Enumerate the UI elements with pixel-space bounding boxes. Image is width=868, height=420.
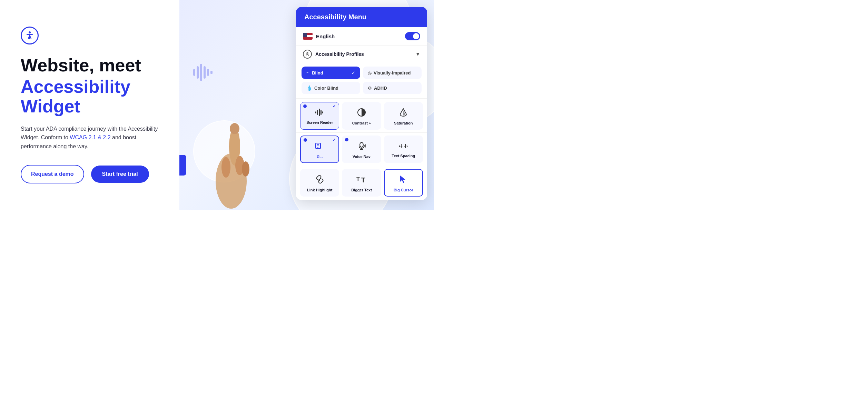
contrast-label: Contrast + — [352, 121, 371, 125]
svg-rect-2 — [197, 66, 199, 79]
voice-nav-label: Voice Nav — [353, 154, 371, 159]
color-blind-icon: 💧 — [306, 85, 312, 91]
svg-rect-6 — [210, 71, 213, 74]
accessibility-logo — [21, 27, 39, 44]
page-wrapper: Website, meet Accessibility Widget Start… — [0, 0, 434, 210]
voice-nav-dot — [345, 138, 348, 141]
voice-nav-icon — [357, 141, 366, 152]
link-highlight-icon — [315, 175, 324, 186]
svg-rect-16 — [319, 109, 320, 116]
profiles-grid: ~ Blind ✓ ◎ Visually-impaired 💧 Color Bl… — [296, 63, 427, 99]
text-spacing-label: Text Spacing — [392, 154, 415, 158]
features-section-3: Link Highlight T T Bigger Text — [296, 166, 427, 200]
cta-buttons: Request a demo Start free trial — [21, 165, 162, 183]
profile-adhd-label: ADHD — [374, 86, 387, 91]
feature-dyslexia[interactable]: ✓ D... — [300, 136, 339, 163]
big-cursor-icon — [399, 175, 407, 186]
blind-icon: ~ — [306, 70, 309, 76]
feature-link-highlight[interactable]: Link Highlight — [300, 169, 339, 197]
screen-reader-label: Screen Reader — [306, 120, 333, 124]
svg-line-34 — [319, 178, 321, 180]
svg-text:T: T — [356, 176, 360, 182]
saturation-icon — [400, 108, 407, 119]
profile-visually-impaired[interactable]: ◎ Visually-impaired — [363, 67, 422, 79]
link-highlight-label: Link Highlight — [307, 188, 332, 192]
screen-reader-icon — [315, 109, 325, 118]
adhd-icon: ⚙ — [368, 86, 372, 91]
feature-contrast[interactable]: Contrast + — [342, 102, 381, 130]
language-label: English — [316, 33, 335, 39]
svg-rect-15 — [317, 110, 318, 115]
language-toggle[interactable]: ✓ — [405, 32, 420, 40]
widget-body: English ✓ Acce — [296, 27, 427, 200]
wcag-link[interactable]: WCAG 2.1 & 2.2 — [70, 134, 110, 140]
request-demo-button[interactable]: Request a demo — [21, 165, 84, 183]
features-grid-1: ✓ Screen Reader — [300, 102, 423, 130]
svg-point-24 — [360, 142, 363, 147]
dyslexia-label: D... — [317, 154, 323, 158]
contrast-icon — [357, 108, 366, 119]
dyslexia-dot — [304, 138, 307, 142]
bigger-text-icon: T T — [356, 175, 367, 186]
profile-blind-check: ✓ — [352, 70, 355, 76]
feature-screen-reader[interactable]: ✓ Screen Reader — [300, 102, 339, 130]
svg-point-13 — [307, 52, 308, 54]
svg-rect-18 — [322, 111, 323, 113]
language-row[interactable]: English ✓ — [296, 27, 427, 46]
svg-rect-14 — [315, 111, 316, 113]
left-content: Website, meet Accessibility Widget Start… — [0, 0, 179, 210]
big-cursor-label: Big Cursor — [394, 188, 413, 192]
feature-voice-nav[interactable]: Voice Nav — [342, 136, 381, 163]
dyslexia-check: ✓ — [332, 138, 336, 142]
features-grid-2: ✓ D... — [300, 136, 423, 163]
profiles-label: Accessibility Profiles — [315, 51, 364, 57]
features-grid-3: Link Highlight T T Bigger Text — [300, 169, 423, 197]
saturation-label: Saturation — [394, 121, 413, 125]
us-flag-icon — [303, 33, 313, 40]
profile-adhd[interactable]: ⚙ ADHD — [363, 82, 422, 94]
feature-text-spacing[interactable]: Text Spacing — [384, 136, 423, 163]
feature-big-cursor[interactable]: Big Cursor — [384, 169, 423, 197]
bigger-text-label: Bigger Text — [351, 188, 372, 192]
widget-header: Accessibility Menu — [296, 7, 427, 27]
svg-rect-4 — [204, 66, 206, 79]
headline-line1: Website, meet — [21, 56, 162, 75]
svg-rect-1 — [193, 69, 195, 76]
accessibility-widget-panel: Accessibility Menu English ✓ — [296, 7, 427, 200]
deco-circle-4 — [193, 120, 255, 182]
hero-subtext: Start your ADA compliance journey with t… — [21, 124, 159, 151]
features-section-1: ✓ Screen Reader — [296, 99, 427, 133]
text-spacing-icon — [398, 142, 408, 152]
start-trial-button[interactable]: Start free trial — [91, 166, 149, 183]
profile-color-blind[interactable]: 💧 Color Blind — [302, 82, 360, 94]
profile-visually-impaired-label: Visually-impaired — [374, 70, 411, 76]
screen-reader-dot — [303, 104, 307, 108]
svg-rect-17 — [320, 110, 322, 115]
feature-bigger-text[interactable]: T T Bigger Text — [342, 169, 381, 197]
profile-color-blind-label: Color Blind — [314, 86, 338, 91]
svg-text:T: T — [361, 176, 365, 184]
profile-blind-label: Blind — [312, 70, 323, 76]
features-section-2: ✓ D... — [296, 133, 427, 166]
visually-impaired-icon: ◎ — [368, 70, 372, 76]
headline-line2: Accessibility Widget — [21, 77, 162, 116]
profiles-row[interactable]: Accessibility Profiles ▼ — [296, 46, 427, 63]
screen-reader-check: ✓ — [333, 104, 336, 109]
profile-blind[interactable]: ~ Blind ✓ — [302, 67, 360, 79]
widget-header-title: Accessibility Menu — [304, 13, 419, 21]
profiles-icon — [303, 50, 312, 59]
svg-point-0 — [29, 31, 31, 33]
profiles-chevron-icon: ▼ — [415, 51, 420, 57]
left-edge-tab — [179, 155, 186, 176]
right-background: Accessibility Menu English ✓ — [179, 0, 434, 210]
dyslexia-icon — [315, 142, 325, 152]
svg-rect-5 — [207, 69, 209, 76]
svg-rect-3 — [200, 64, 202, 81]
sound-wave-deco — [193, 62, 221, 84]
feature-saturation[interactable]: Saturation — [384, 102, 423, 130]
